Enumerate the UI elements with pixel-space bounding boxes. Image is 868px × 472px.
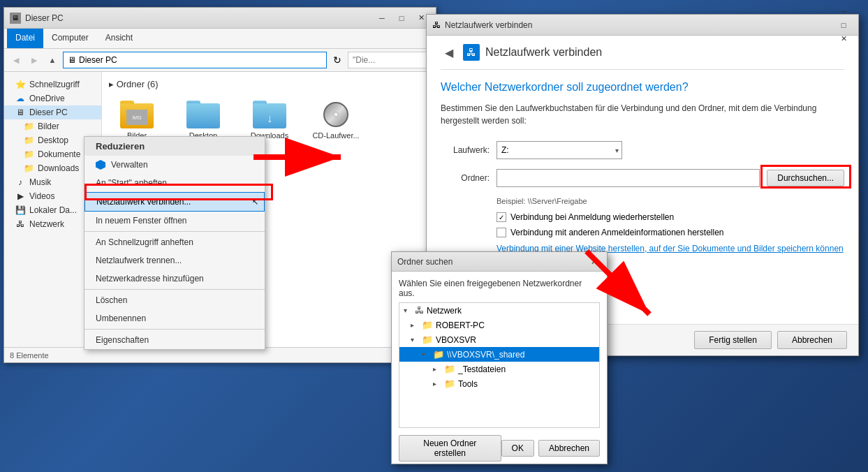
context-menu-loeschen[interactable]: Löschen: [84, 291, 265, 309]
ordner-tree: ▾ 🖧 Netzwerk ▸ 📁 ROBERT-PC ▾ 📁 VBOXSVR ▾…: [399, 302, 600, 428]
star-icon: ⭐: [15, 80, 25, 89]
netz-checkbox-anmeldung: ✓ Verbindung bei Anmeldung wiederherstel…: [496, 212, 844, 222]
checkbox-andere-label: Verbindung mit anderen Anmeldeinformatio…: [510, 228, 724, 237]
tree-item-vboxsvr[interactable]: ▾ 📁 VBOXSVR: [399, 332, 599, 347]
context-menu-trennen[interactable]: Netzlaufwerk trennen...: [84, 251, 265, 270]
drive-icon: 💾: [15, 205, 25, 215]
tab-datei[interactable]: Datei: [7, 29, 43, 48]
netz-finish-button[interactable]: Fertig stellen: [694, 331, 772, 349]
sidebar-label-desktop: Desktop: [38, 135, 68, 145]
tree-label-testdateien: _Testdateien: [458, 364, 506, 374]
tree-label-netzwerk: Netzwerk: [427, 306, 462, 316]
expand-robert-pc[interactable]: ▸: [411, 321, 419, 329]
section-header: ▸ Ordner (6): [109, 79, 429, 91]
context-menu-eigenschaften[interactable]: Eigenschaften: [84, 331, 265, 349]
ordner-new-folder-button[interactable]: Neuen Ordner erstellen: [399, 435, 501, 462]
folder-icon-desktop: 📁: [24, 135, 34, 145]
checkbox-andere[interactable]: [496, 228, 506, 237]
tree-label-tools: Tools: [458, 379, 478, 389]
netz-browse-button[interactable]: Durchsuchen...: [767, 170, 844, 186]
tree-item-shared[interactable]: ▾ 📁 \\VBOXSVR\_shared: [399, 347, 599, 362]
folder-image-preview: IMG: [126, 110, 147, 125]
sidebar-item-bilder[interactable]: 📁 Bilder: [4, 119, 101, 133]
maximize-button[interactable]: □: [392, 11, 411, 25]
netz-laufwerk-row: Laufwerk: Z: ▾: [441, 141, 844, 159]
netz-back-button[interactable]: ◀: [441, 44, 457, 61]
context-menu-start-anheften[interactable]: An "Start" anheften: [84, 174, 265, 192]
netz-laufwerk-dropdown[interactable]: Z: ▾: [496, 141, 622, 159]
netz-question: Welcher Netzwerkordner soll zugeordnet w…: [441, 81, 844, 94]
folder-icon-testdateien: 📁: [444, 364, 455, 374]
search-input[interactable]: [348, 52, 432, 68]
context-menu-neues-fenster[interactable]: In neuem Fenster öffnen: [84, 212, 265, 230]
sidebar-label-dieser-pc: Dieser PC: [29, 108, 68, 117]
checkbox-anmeldung-label: Verbindung bei Anmeldung wiederherstelle…: [510, 212, 674, 222]
folder-icon-tools: 📁: [444, 378, 455, 389]
checkbox-anmeldung[interactable]: ✓: [496, 212, 506, 222]
folder-body: IMG: [120, 103, 154, 128]
netz-example: Beispiel: \\Server\Freigabe: [496, 197, 844, 205]
tab-ansicht[interactable]: Ansicht: [97, 29, 141, 48]
sidebar-label-lokaler: Lokaler Da...: [29, 205, 77, 215]
tab-computer[interactable]: Computer: [43, 29, 97, 48]
netz-minimize-button[interactable]: ─: [834, 4, 853, 18]
expand-tools[interactable]: ▸: [433, 380, 441, 388]
folder-body-desktop: [186, 103, 220, 128]
context-menu-umbenennen[interactable]: Umbenennen: [84, 309, 265, 327]
sidebar-item-onedrive[interactable]: ☁ OneDrive: [4, 91, 101, 105]
forward-button[interactable]: ▶: [27, 52, 42, 68]
sidebar-label-onedrive: OneDrive: [29, 94, 65, 103]
tree-label-shared: \\VBOXSVR\_shared: [447, 350, 524, 360]
sidebar-label-videos: Videos: [29, 191, 54, 201]
netz-maximize-button[interactable]: □: [834, 18, 853, 32]
netz-content: ◀ 🖧 Netzlaufwerk verbinden Welcher Netzw…: [427, 36, 858, 255]
netz-cancel-button[interactable]: Abbrechen: [777, 331, 847, 349]
ordner-ok-button[interactable]: OK: [501, 440, 534, 457]
netz-ordner-row: Ordner: Durchsuchen...: [441, 169, 844, 187]
folder-item-cd[interactable]: CD-Laufwer...: [308, 98, 364, 142]
tree-item-testdateien[interactable]: ▸ 📁 _Testdateien: [399, 362, 599, 376]
address-icon: 🖥: [68, 55, 76, 65]
context-menu-netzadresse[interactable]: Netzwerkadresse hinzufügen: [84, 270, 265, 288]
sidebar-label-netzwerk: Netzwerk: [29, 219, 64, 229]
netz-ordner-textfield[interactable]: [501, 173, 755, 183]
back-button[interactable]: ◀: [8, 52, 24, 68]
explorer-titlebar: 🖥 Dieser PC ─ □ ✕: [4, 8, 436, 29]
netz-description: Bestimmen Sie den Laufwerkbuchstaben für…: [441, 102, 844, 127]
sidebar-label-dokumente: Dokumente: [38, 149, 80, 159]
sidebar-item-schnellzugriff[interactable]: ⭐ Schnellzugriff: [4, 78, 101, 91]
tree-item-netzwerk[interactable]: ▾ 🖧 Netzwerk: [399, 303, 599, 318]
refresh-button[interactable]: ↻: [330, 52, 345, 68]
context-menu-header: Reduzieren: [84, 137, 265, 156]
context-menu-schnellzugriff[interactable]: An Schnellzugriff anheften: [84, 233, 265, 251]
tree-item-robert-pc[interactable]: ▸ 📁 ROBERT-PC: [399, 318, 599, 332]
explorer-title: Dieser PC: [25, 13, 373, 23]
status-text: 8 Elemente: [10, 351, 49, 360]
expand-shared[interactable]: ▾: [422, 351, 430, 358]
ordner-cancel-button[interactable]: Abbrechen: [538, 440, 600, 457]
context-menu-netzlaufwerk[interactable]: Netzlaufwerk verbinden... ↖: [84, 192, 265, 212]
tree-item-tools[interactable]: ▸ 📁 Tools: [399, 376, 599, 391]
ordner-close-button[interactable]: ✕: [587, 256, 601, 268]
tree-label-vboxsvr: VBOXSVR: [436, 335, 476, 345]
address-text: Dieser PC: [79, 55, 117, 65]
address-input[interactable]: 🖥 Dieser PC: [63, 52, 327, 68]
expand-netzwerk[interactable]: ▾: [404, 307, 412, 314]
folder-icon-downloads: 📁: [24, 163, 34, 173]
pc-icon: 🖥: [15, 108, 25, 117]
cursor-indicator: ↖: [252, 198, 258, 207]
netz-ordner-input[interactable]: [496, 169, 760, 187]
up-button[interactable]: ▲: [45, 52, 60, 68]
expand-vboxsvr[interactable]: ▾: [411, 336, 419, 344]
expand-testdateien[interactable]: ▸: [433, 365, 441, 373]
netz-close-button[interactable]: ✕: [834, 32, 853, 46]
music-icon: ♪: [15, 177, 25, 187]
folder-icon-big-desktop: [186, 101, 220, 128]
context-menu-verwalten[interactable]: Verwalten: [84, 156, 265, 174]
minimize-button[interactable]: ─: [373, 11, 391, 25]
tree-label-robert-pc: ROBERT-PC: [436, 320, 485, 330]
sidebar-item-dieser-pc[interactable]: 🖥 Dieser PC: [4, 105, 101, 119]
netz-laufwerk-value: Z:: [501, 145, 509, 155]
ribbon: Datei Computer Ansicht: [4, 29, 436, 49]
netz-title-icon: 🖧: [432, 20, 441, 30]
